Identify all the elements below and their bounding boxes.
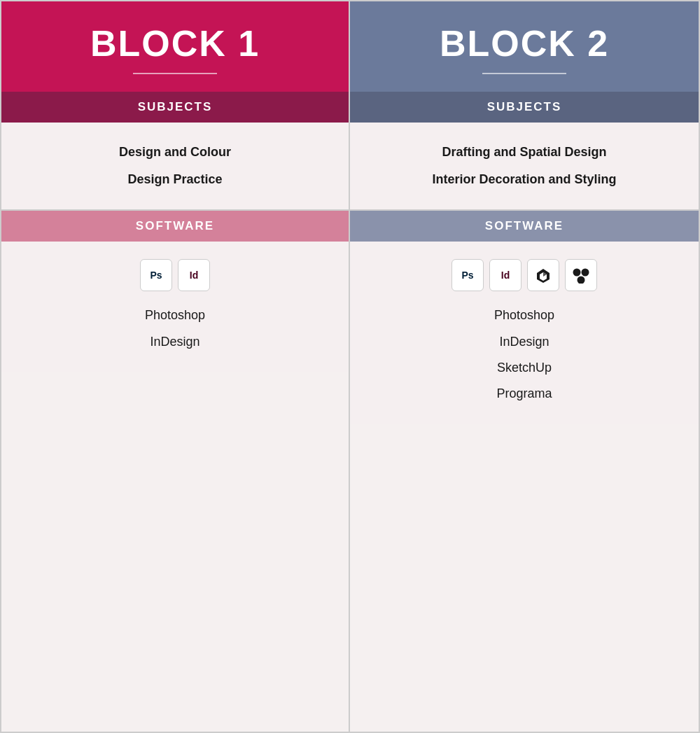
block1-header: BLOCK 1 <box>1 1 349 92</box>
block2-programa-icon <box>565 259 597 291</box>
block2-ps-label: Ps <box>461 270 473 281</box>
block1-software-1: Photoshop <box>15 307 335 324</box>
block1-software-header: SOFTWARE <box>1 211 349 242</box>
block1-column: BLOCK 1 SUBJECTS Design and Colour Desig… <box>1 1 350 732</box>
block1-subjects-label: SUBJECTS <box>138 100 213 113</box>
block1-subject-2: Design Practice <box>15 171 335 188</box>
block2-subjects-section: SUBJECTS Drafting and Spatial Design Int… <box>350 92 699 211</box>
block1-divider <box>133 73 217 74</box>
block2-icons-row: Ps Id <box>364 259 685 291</box>
block2-sketchup-icon <box>527 259 559 291</box>
block2-software-section: SOFTWARE Ps Id <box>350 211 699 732</box>
block1-icons-row: Ps Id <box>15 259 335 291</box>
block1-id-icon: Id <box>178 259 210 291</box>
sketchup-svg <box>534 266 552 284</box>
block2-software-3: SketchUp <box>364 359 685 377</box>
block2-subjects-content: Drafting and Spatial Design Interior Dec… <box>350 123 699 209</box>
block2-software-1: Photoshop <box>364 307 685 324</box>
block2-software-content: Ps Id <box>350 242 699 424</box>
block2-subjects-header: SUBJECTS <box>350 92 699 123</box>
block1-title: BLOCK 1 <box>15 22 335 64</box>
block2-software-header: SOFTWARE <box>350 211 699 242</box>
block2-software-4: Programa <box>364 385 685 403</box>
block2-title: BLOCK 2 <box>364 22 685 64</box>
svg-point-1 <box>582 269 589 277</box>
block2-divider <box>482 73 566 74</box>
block2-subject-1: Drafting and Spatial Design <box>364 144 685 161</box>
block2-ps-icon: Ps <box>451 259 484 291</box>
block1-ps-icon: Ps <box>140 259 172 291</box>
block2-subjects-label: SUBJECTS <box>487 100 562 113</box>
page-wrapper: BLOCK 1 SUBJECTS Design and Colour Desig… <box>0 0 700 733</box>
block1-ps-label: Ps <box>150 270 162 281</box>
block1-subjects-content: Design and Colour Design Practice <box>1 123 349 209</box>
block1-subjects-header: SUBJECTS <box>1 92 349 123</box>
svg-point-0 <box>573 269 581 277</box>
block2-column: BLOCK 2 SUBJECTS Drafting and Spatial De… <box>350 1 699 732</box>
block2-id-icon: Id <box>489 259 522 291</box>
block1-id-label: Id <box>190 270 198 281</box>
block1-software-label: SOFTWARE <box>136 219 214 232</box>
svg-point-2 <box>578 277 585 284</box>
block1-software-section: SOFTWARE Ps Id Photoshop InDesign <box>1 211 349 732</box>
block2-software-label: SOFTWARE <box>485 219 564 232</box>
block2-software-2: InDesign <box>364 333 685 351</box>
block2-header: BLOCK 2 <box>350 1 699 92</box>
block1-software-2: InDesign <box>15 333 335 351</box>
block1-subject-1: Design and Colour <box>15 144 335 161</box>
programa-svg <box>571 267 591 284</box>
block1-subjects-section: SUBJECTS Design and Colour Design Practi… <box>1 92 349 211</box>
block1-software-content: Ps Id Photoshop InDesign <box>1 242 349 371</box>
block2-id-label: Id <box>501 270 510 281</box>
block2-subject-2: Interior Decoration and Styling <box>364 171 685 188</box>
